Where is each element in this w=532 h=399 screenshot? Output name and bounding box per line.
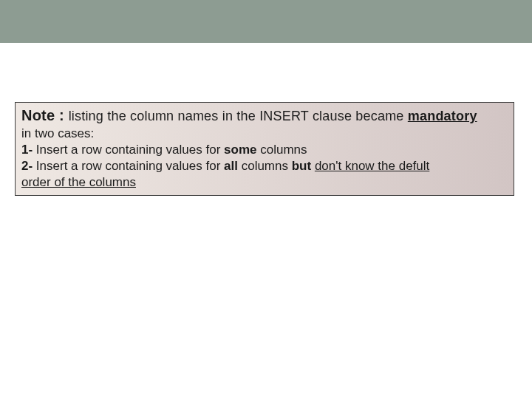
item-2-number: 2-	[21, 159, 33, 173]
item-2-underlined-a: don't know the defult	[315, 159, 429, 173]
note-intro-text: listing the column names in the INSERT c…	[69, 109, 408, 123]
item-2-before: Insert a row containing values for	[33, 159, 224, 173]
header-bar	[0, 0, 532, 43]
note-label: Note :	[21, 107, 69, 123]
note-mandatory: mandatory	[408, 109, 477, 123]
item-1-after: columns	[256, 143, 307, 157]
item-1-before: Insert a row containing values for	[33, 143, 224, 157]
item-2-underlined-b: order of the columns	[21, 175, 136, 189]
item-2-bold-all: all	[224, 159, 238, 173]
note-body: in two cases: 1- Insert a row containing…	[21, 126, 508, 191]
item-1-bold: some	[224, 143, 256, 157]
item-1-number: 1-	[21, 143, 33, 157]
note-box: Note : listing the column names in the I…	[15, 102, 514, 196]
note-line-1: Note : listing the column names in the I…	[21, 106, 508, 126]
item-2-mid: columns	[238, 159, 292, 173]
note-cases-intro: in two cases:	[21, 126, 94, 140]
item-2-bold-but: but	[292, 159, 311, 173]
